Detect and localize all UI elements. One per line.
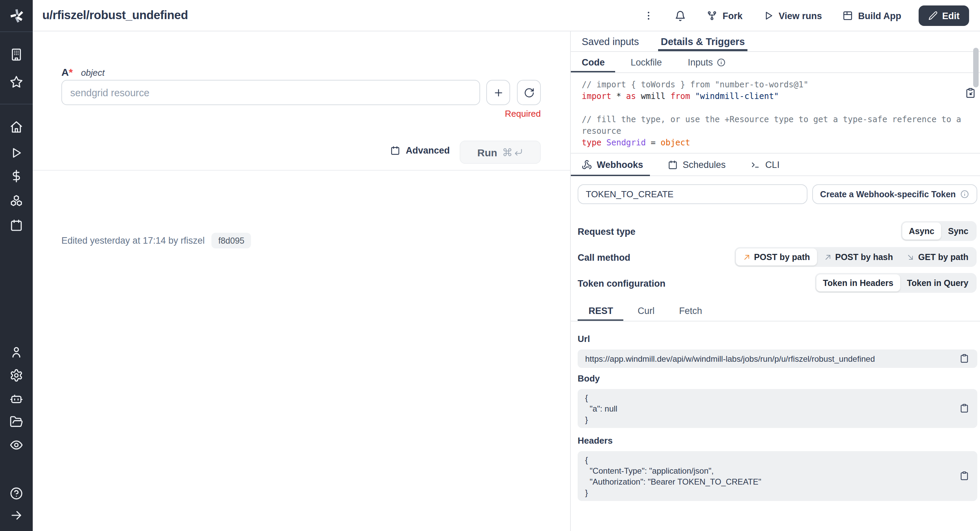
code-tabs: Code Lockfile Inputs xyxy=(571,52,980,73)
terminal-icon xyxy=(750,159,760,170)
body-json: { "a": null } xyxy=(585,392,970,425)
audit-logs-icon[interactable] xyxy=(10,438,23,452)
tab-fetch[interactable]: Fetch xyxy=(679,300,702,321)
info-icon xyxy=(961,190,969,199)
get-by-path-option[interactable]: GET by path xyxy=(900,249,975,266)
url-label: Url xyxy=(578,334,590,344)
fork-icon xyxy=(707,10,718,21)
post-by-path-option[interactable]: POST by path xyxy=(735,249,817,266)
snippet-tabs: REST Curl Fetch xyxy=(571,300,980,322)
field-name: A xyxy=(61,66,69,78)
body-label: Body xyxy=(578,373,600,384)
view-runs-button[interactable]: View runs xyxy=(758,6,827,25)
edit-button[interactable]: Edit xyxy=(918,5,969,26)
command-icon xyxy=(503,147,512,157)
argument-input[interactable] xyxy=(61,80,480,105)
url-value: https://app.windmill.dev/api/w/windmill-… xyxy=(585,353,875,364)
scrollbar-thumb[interactable] xyxy=(973,48,978,88)
field-label-row: A * object xyxy=(61,66,105,78)
runs-icon[interactable] xyxy=(10,146,23,160)
collapse-sidebar-icon[interactable] xyxy=(10,509,23,522)
create-webhook-token-button[interactable]: Create a Webhook-specific Token xyxy=(812,184,977,204)
tab-curl[interactable]: Curl xyxy=(638,300,655,321)
sync-option[interactable]: Sync xyxy=(941,223,975,239)
add-property-button[interactable] xyxy=(486,80,510,105)
tab-webhooks[interactable]: Webhooks xyxy=(582,153,643,175)
plus-icon xyxy=(493,87,504,98)
headers-box: { "Content-Type": "application/json", "A… xyxy=(578,451,977,501)
arrow-up-right-icon xyxy=(824,253,832,261)
workers-icon[interactable] xyxy=(10,392,23,405)
copy-url-button[interactable] xyxy=(959,354,969,363)
more-menu-button[interactable] xyxy=(639,6,659,25)
token-config-label: Token configuration xyxy=(578,279,666,289)
tab-code[interactable]: Code xyxy=(582,52,605,72)
build-app-button[interactable]: Build App xyxy=(838,6,906,25)
tab-cli[interactable]: CLI xyxy=(750,153,780,175)
call-method-label: Call method xyxy=(578,252,630,263)
calendar-icon xyxy=(668,159,678,170)
copy-headers-button[interactable] xyxy=(959,471,969,480)
advanced-button[interactable]: Advanced xyxy=(390,145,450,156)
panel-tabs: Saved inputs Details & Triggers xyxy=(571,31,980,52)
post-by-hash-option[interactable]: POST by hash xyxy=(817,249,900,266)
copy-body-button[interactable] xyxy=(959,403,969,413)
clipboard-copy-icon xyxy=(965,88,976,98)
token-config-toggle: Token in Headers Token in Query xyxy=(815,273,977,293)
folders-icon[interactable] xyxy=(10,415,23,429)
token-in-headers-option[interactable]: Token in Headers xyxy=(816,274,900,292)
token-in-query-option[interactable]: Token in Query xyxy=(900,274,975,292)
edited-info: Edited yesterday at 17:14 by rfiszel xyxy=(61,236,205,246)
run-button[interactable]: Run xyxy=(460,140,541,164)
notifications-button[interactable] xyxy=(670,6,691,26)
resources-icon[interactable] xyxy=(10,194,23,207)
refresh-button[interactable] xyxy=(517,80,541,105)
clipboard-icon xyxy=(959,403,969,413)
return-icon xyxy=(514,147,523,157)
webhook-icon xyxy=(582,159,592,170)
url-box: https://app.windmill.dev/api/w/windmill-… xyxy=(578,349,977,368)
tab-schedules[interactable]: Schedules xyxy=(668,153,725,175)
users-icon[interactable] xyxy=(10,345,23,359)
tab-saved-inputs[interactable]: Saved inputs xyxy=(582,31,639,51)
settings-icon[interactable] xyxy=(10,368,23,382)
variables-icon[interactable] xyxy=(10,169,23,183)
code-block: // import { toWords } from "number-to-wo… xyxy=(582,79,970,149)
request-type-toggle: Async Sync xyxy=(900,221,977,241)
required-asterisk: * xyxy=(69,66,73,78)
tab-inputs[interactable]: Inputs xyxy=(688,52,726,72)
required-note: Required xyxy=(404,108,541,119)
trigger-tabs: Webhooks Schedules CLI xyxy=(571,153,980,176)
headers-json: { "Content-Type": "application/json", "A… xyxy=(585,454,970,498)
run-form-pane: A * object Required Advanced Run Edited … xyxy=(33,31,570,531)
sidebar xyxy=(0,0,33,531)
arrow-up-right-icon xyxy=(742,253,751,261)
pencil-icon xyxy=(928,11,937,21)
layout-icon xyxy=(843,10,853,21)
clipboard-icon xyxy=(959,354,969,363)
home-icon[interactable] xyxy=(10,120,23,134)
fork-button[interactable]: Fork xyxy=(702,6,748,25)
schedules-icon[interactable] xyxy=(10,218,23,232)
version-hash-badge[interactable]: f8d095 xyxy=(212,233,251,249)
favorites-icon[interactable] xyxy=(10,75,23,89)
tab-details-triggers[interactable]: Details & Triggers xyxy=(661,31,745,51)
tab-lockfile[interactable]: Lockfile xyxy=(631,52,662,72)
windmill-logo[interactable] xyxy=(10,8,25,23)
body-box: { "a": null } xyxy=(578,389,977,428)
play-icon xyxy=(763,10,774,21)
workspace-icon[interactable] xyxy=(10,48,23,61)
tab-rest[interactable]: REST xyxy=(589,300,613,321)
token-input[interactable] xyxy=(578,184,807,204)
field-type: object xyxy=(81,68,104,78)
header: u/rfiszel/robust_undefined Fork View run… xyxy=(33,0,980,31)
info-icon xyxy=(717,58,726,67)
calendar-icon xyxy=(390,145,400,156)
kebab-icon xyxy=(643,10,654,21)
async-option[interactable]: Async xyxy=(902,223,941,239)
run-shortcut xyxy=(503,147,523,157)
help-icon[interactable] xyxy=(10,486,23,500)
bell-icon xyxy=(675,10,686,21)
copy-code-button[interactable] xyxy=(965,88,976,98)
call-method-toggle: POST by path POST by hash GET by path xyxy=(734,247,977,267)
